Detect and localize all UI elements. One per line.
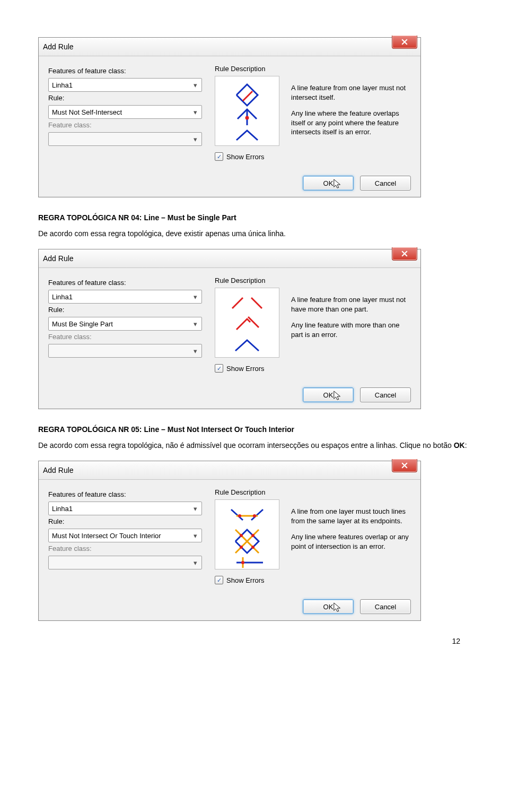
features-value: Linha1 (52, 505, 73, 513)
chevron-down-icon: ▾ (191, 108, 199, 116)
dialog-title: Add Rule (43, 466, 74, 474)
cancel-button[interactable]: Cancel (360, 387, 411, 402)
rule-heading-04: REGRA TOPOLÓGICA NR 04: Line – Must be S… (38, 213, 471, 222)
rule-desc-2: Any line where the feature overlaps itse… (291, 109, 411, 137)
featureclass-combo: ▾ (48, 556, 202, 569)
rule-desc-1: A line feature from one layer must not h… (291, 295, 411, 314)
page: Add Rule Features of feature class: Linh… (0, 0, 509, 667)
show-errors-label: Show Errors (226, 576, 265, 584)
close-button[interactable] (392, 247, 417, 261)
chevron-down-icon: ▾ (191, 135, 199, 143)
rule-combo[interactable]: Must Not Self-Intersect ▾ (48, 105, 202, 119)
chevron-down-icon: ▾ (191, 504, 199, 513)
rule-combo[interactable]: Must Be Single Part ▾ (48, 317, 202, 331)
rule-desc-label: Rule Description (215, 65, 278, 73)
close-icon (401, 462, 408, 469)
chevron-down-icon: ▾ (191, 319, 199, 328)
cancel-label: Cancel (375, 603, 396, 611)
ok-label: OK (323, 391, 334, 399)
ok-button[interactable]: OK (303, 176, 354, 191)
ok-button[interactable]: OK (303, 599, 354, 614)
rule-desc-2: Any line where features overlap or any p… (291, 532, 411, 551)
dialog-body: Features of feature class: Linha1 ▾ Rule… (39, 56, 420, 197)
close-icon (401, 250, 408, 257)
rule-desc-label: Rule Description (215, 488, 278, 496)
svg-point-19 (241, 561, 244, 564)
svg-point-14 (251, 534, 254, 537)
show-errors-checkbox[interactable]: ✓ (215, 576, 223, 584)
features-value: Linha1 (52, 81, 73, 89)
svg-line-4 (251, 298, 262, 308)
add-rule-dialog-3: Add Rule Features of feature class: Linh… (38, 461, 421, 621)
rule-combo[interactable]: Must Not Intersect Or Touch Interior ▾ (48, 529, 202, 542)
ok-label: OK (323, 603, 334, 611)
featureclass-label: Feature class: (48, 333, 202, 341)
titlebar: Add Rule (39, 249, 420, 268)
cancel-label: Cancel (375, 391, 396, 399)
rule-para-05: De acordo com essa regra topológica, não… (38, 440, 471, 451)
chevron-down-icon: ▾ (191, 347, 199, 355)
rule-label: Rule: (48, 94, 202, 102)
cursor-icon (333, 390, 343, 402)
rule-para-04: De acordo com essa regra topológica, dev… (38, 228, 471, 239)
features-label: Features of feature class: (48, 490, 202, 498)
page-number: 12 (38, 637, 471, 645)
close-button[interactable] (392, 36, 417, 49)
svg-line-3 (232, 298, 243, 308)
chevron-down-icon: ▾ (191, 558, 199, 567)
show-errors-label: Show Errors (226, 153, 265, 161)
rule-illustration (215, 499, 279, 569)
features-label: Features of feature class: (48, 67, 202, 75)
svg-line-0 (243, 91, 252, 101)
svg-point-9 (238, 514, 241, 517)
chevron-down-icon: ▾ (191, 292, 199, 301)
svg-point-2 (245, 116, 249, 120)
featureclass-label: Feature class: (48, 545, 202, 552)
rule-desc-1: A line feature from one layer must not i… (291, 83, 411, 102)
rule-value: Must Be Single Part (52, 320, 113, 328)
featureclass-combo: ▾ (48, 132, 202, 146)
show-errors-label: Show Errors (226, 365, 265, 373)
ok-label: OK (323, 179, 334, 187)
close-button[interactable] (392, 459, 417, 472)
svg-point-13 (240, 534, 243, 537)
svg-line-7 (251, 509, 263, 520)
chevron-down-icon: ▾ (191, 531, 199, 540)
featureclass-label: Feature class: (48, 121, 202, 129)
show-errors-checkbox[interactable]: ✓ (215, 152, 223, 161)
svg-point-15 (240, 546, 243, 549)
cursor-icon (333, 178, 343, 190)
rule-desc-1: A line from one layer must touch lines f… (291, 507, 411, 525)
ok-button[interactable]: OK (303, 387, 354, 402)
cancel-button[interactable]: Cancel (360, 176, 411, 191)
cancel-label: Cancel (375, 179, 396, 187)
single-part-icon (215, 288, 279, 357)
add-rule-dialog-1: Add Rule Features of feature class: Linh… (38, 37, 421, 197)
titlebar: Add Rule (39, 38, 420, 56)
cursor-icon (333, 602, 343, 614)
rule-desc-2: Any line feature with more than one part… (291, 321, 411, 339)
rule-label: Rule: (48, 306, 202, 314)
features-label: Features of feature class: (48, 279, 202, 287)
dialog-body: Features of feature class: Linha1 ▾ Rule… (39, 268, 420, 409)
rule-value: Must Not Intersect Or Touch Interior (52, 532, 161, 540)
intersect-touch-icon (215, 500, 279, 569)
features-value: Linha1 (52, 293, 73, 301)
cancel-button[interactable]: Cancel (360, 599, 411, 614)
self-intersect-icon (215, 76, 279, 145)
features-combo[interactable]: Linha1 ▾ (48, 78, 202, 92)
add-rule-dialog-2: Add Rule Features of feature class: Linh… (38, 249, 421, 409)
rule-illustration (215, 76, 279, 146)
features-combo[interactable]: Linha1 ▾ (48, 502, 202, 515)
show-errors-checkbox[interactable]: ✓ (215, 364, 223, 373)
svg-line-6 (231, 509, 243, 520)
rule-value: Must Not Self-Intersect (52, 108, 122, 116)
features-combo[interactable]: Linha1 ▾ (48, 290, 202, 304)
featureclass-combo: ▾ (48, 344, 202, 358)
rule-heading-05: REGRA TOPOLÓGICA NR 05: Line – Must Not … (38, 425, 471, 434)
rule-label: Rule: (48, 517, 202, 525)
para-text: De acordo com essa regra topológica, não… (38, 441, 454, 450)
svg-point-10 (253, 514, 256, 517)
close-icon (401, 39, 408, 45)
para-bold-ok: OK (454, 441, 465, 450)
